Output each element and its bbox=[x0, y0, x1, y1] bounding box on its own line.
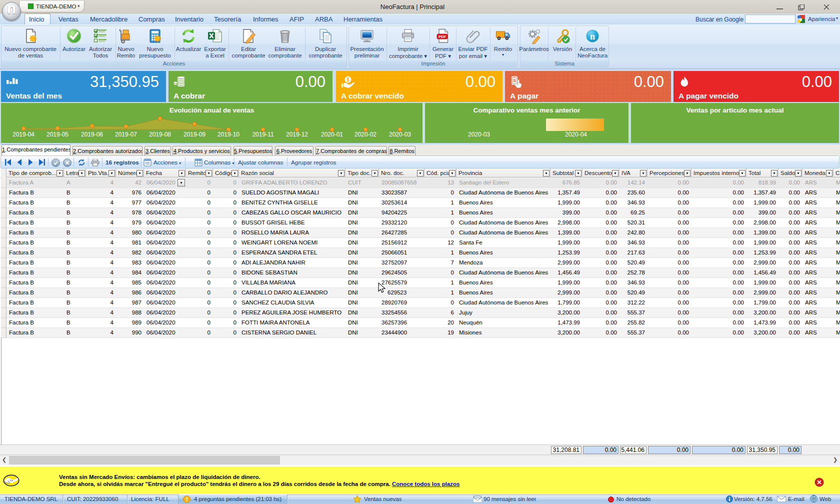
svg-text:n: n bbox=[590, 32, 595, 42]
svg-text:PDF: PDF bbox=[438, 34, 446, 39]
